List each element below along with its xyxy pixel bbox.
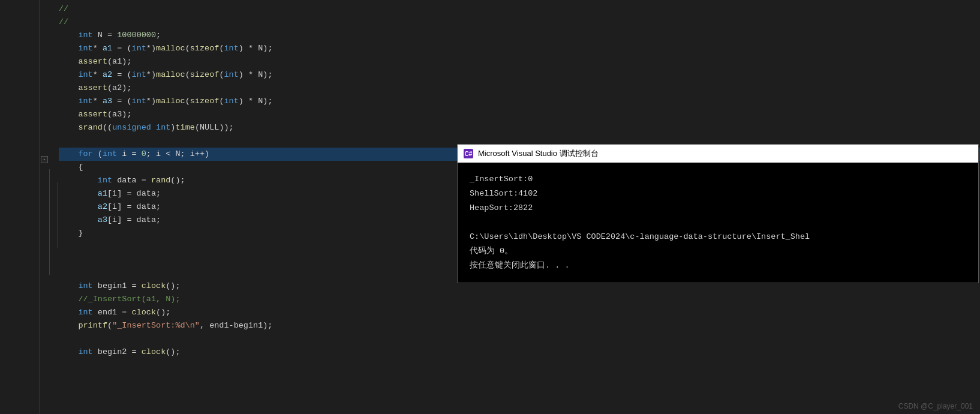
line-numbers bbox=[16, 0, 40, 414]
code-line-8: int* a3 = (int*)malloc(sizeof(int) * N); bbox=[59, 95, 980, 108]
code-line-7: assert(a2); bbox=[59, 82, 980, 95]
code-line-27: int begin2 = clock(); bbox=[59, 346, 980, 359]
output-line-4 bbox=[470, 215, 966, 230]
output-line-1: _InsertSort:0 bbox=[470, 172, 966, 187]
code-line-9: assert(a3); bbox=[59, 108, 980, 121]
code-line-6: int* a2 = (int*)malloc(sizeof(int) * N); bbox=[59, 68, 980, 82]
code-line-26 bbox=[59, 332, 980, 346]
code-line-1: // bbox=[59, 2, 980, 16]
debug-console[interactable]: C# Microsoft Visual Studio 调试控制台 _Insert… bbox=[457, 144, 979, 283]
collapse-indicators: - bbox=[40, 0, 49, 414]
output-line-6: 代码为 0。 bbox=[470, 244, 966, 259]
debug-console-titlebar: C# Microsoft Visual Studio 调试控制台 bbox=[458, 145, 978, 163]
code-line-2: // bbox=[59, 16, 980, 29]
output-line-2: ShellSort:4102 bbox=[470, 187, 966, 201]
code-editor: - // // int N = 10000000; int* a1 = (int… bbox=[0, 0, 980, 414]
code-line-4: int* a1 = (int*)malloc(sizeof(int) * N); bbox=[59, 42, 980, 55]
visual-studio-icon: C# bbox=[464, 149, 473, 158]
output-line-5: C:\Users\ldh\Desktop\VS CODE2024\c-langu… bbox=[470, 230, 966, 244]
debug-console-title: Microsoft Visual Studio 调试控制台 bbox=[478, 148, 599, 159]
code-line-24: int end1 = clock(); bbox=[59, 306, 980, 319]
code-line-25: printf("_InsertSort:%d\n", end1-begin1); bbox=[59, 319, 980, 332]
output-line-3: HeapSort:2822 bbox=[470, 201, 966, 215]
code-line-5: assert(a1); bbox=[59, 55, 980, 68]
code-line-10: srand((unsigned int)time(NULL)); bbox=[59, 121, 980, 134]
output-line-7: 按任意键关闭此窗口. . . bbox=[470, 259, 966, 273]
csdn-watermark: CSDN @C_player_001 bbox=[898, 402, 973, 410]
debug-console-body: _InsertSort:0 ShellSort:4102 HeapSort:28… bbox=[458, 163, 978, 283]
breakpoint-gutter bbox=[4, 0, 16, 414]
code-line-3: int N = 10000000; bbox=[59, 29, 980, 42]
code-line-23: //_InsertSort(a1, N); bbox=[59, 293, 980, 306]
left-margin bbox=[0, 0, 4, 414]
